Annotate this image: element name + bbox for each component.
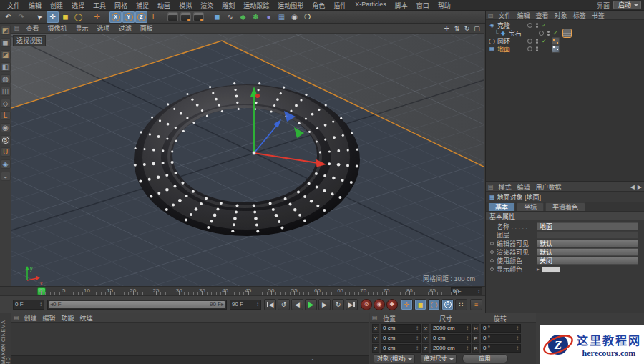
keyframe-selection-button[interactable]: ✚ [386,299,398,310]
material-manager[interactable]: ▤ 创建编辑功能纹理 ◔ [11,313,369,364]
color-swatch[interactable] [542,266,560,273]
stepper-icon[interactable]: ↕ [516,325,519,331]
size-field[interactable]: 2000 cm↕ [431,324,471,333]
scene-canvas[interactable]: yx [11,34,484,286]
add-light-icon[interactable]: ❍ [301,11,313,23]
object-manager-menu-item[interactable]: 查看 [533,11,552,20]
material-menu-item[interactable]: 功能 [59,313,77,323]
add-cube-icon[interactable]: ◼ [211,11,223,23]
viewport[interactable]: ▤ 查看摄像机显示选项过滤面板 ✛⇅↻▢ 透视视图 yx 网格间距 : 100 … [11,24,484,286]
add-deformer-icon[interactable]: ✽ [250,11,262,23]
rotation-field[interactable]: 0 °↕ [481,324,521,333]
stepper-icon[interactable]: ↕ [516,335,519,341]
object-manager-menu-item[interactable]: 对象 [552,11,570,20]
position-field[interactable]: 0 cm↕ [381,344,421,353]
menubar-item[interactable]: 插件 [329,1,351,10]
undo-icon[interactable]: ↶ [2,11,14,23]
stepper-icon[interactable]: ↕ [466,345,469,351]
visibility-dots[interactable] [536,23,538,28]
panel-grip-icon[interactable]: ▤ [372,315,378,321]
material-list[interactable] [11,323,369,355]
scale-tool-icon[interactable]: ◼ [59,11,72,23]
viewport-menu-item[interactable]: 面板 [136,24,157,33]
coordinate-mode-dropdown[interactable]: 对象 (相对) [374,354,415,363]
menubar-item[interactable]: 运动跟踪 [239,1,273,10]
material-menu-item[interactable]: 创建 [21,313,40,323]
rotation-field[interactable]: 0 °↕ [481,344,521,353]
position-field[interactable]: 0 cm↕ [381,334,421,343]
tab-coordinates[interactable]: 坐标 [517,202,544,211]
menubar-item[interactable]: 编辑 [24,1,46,10]
size-field[interactable]: 0 cm↕ [431,334,471,343]
panel-grip-icon[interactable]: ▤ [14,315,19,321]
render-view-icon[interactable] [167,11,179,23]
visibility-dots[interactable] [547,31,550,36]
lock-workplane-icon[interactable]: ◒ [1,172,11,181]
object-manager-menu-item[interactable]: 标签 [570,11,589,20]
stepper-icon[interactable]: ↕ [466,335,469,341]
menubar-item[interactable]: 角色 [308,1,329,10]
menubar-item[interactable]: 脚本 [391,1,412,10]
go-to-start-button[interactable]: ◀ [264,299,276,310]
range-start-field[interactable]: 0 F ↕ [13,300,44,310]
attribute-value-field[interactable]: 地面 [537,222,638,230]
menubar-item[interactable]: 选择 [67,1,89,10]
position-field[interactable]: 0 cm↕ [381,324,421,333]
layer-dot-icon[interactable] [539,31,544,36]
material-menu-item[interactable]: 编辑 [40,313,59,323]
key-scale-toggle[interactable]: ◼ [414,299,426,310]
add-environment-icon[interactable]: ▦ [275,11,288,23]
enable-axis-icon[interactable]: L [1,111,11,120]
stepper-icon[interactable]: ↕ [256,301,259,308]
attribute-dropdown[interactable]: 默认 [537,248,638,256]
expander-icon[interactable]: ▸ [537,266,540,272]
add-camera-icon[interactable]: ◉ [288,11,301,23]
workplane-mode-icon[interactable]: ◧ [1,62,11,72]
size-mode-dropdown[interactable]: 绝对尺寸 [421,354,457,363]
texture-mode-icon[interactable]: ◪ [1,50,11,59]
key-position-toggle[interactable]: ✛ [401,299,413,310]
object-manager-menu-item[interactable]: 文件 [496,11,514,20]
layer-dot-icon[interactable] [527,39,532,44]
attribute-menu-item[interactable]: 编辑 [514,182,533,192]
viewport-menu-item[interactable]: 摄像机 [44,24,72,33]
menubar-item[interactable]: 文件 [3,1,24,10]
previous-frame-button[interactable]: ◀ [291,299,303,310]
enabled-check-icon[interactable]: ✓ [542,22,547,29]
stepper-icon[interactable]: ↕ [416,325,419,331]
last-tool-icon[interactable]: ✛ [91,11,103,23]
rotation-field[interactable]: 0 °↕ [481,334,521,343]
visibility-dots[interactable] [536,46,538,51]
phong-tag-icon[interactable] [552,45,560,53]
menubar-item[interactable]: 动画 [153,1,175,10]
history-back-icon[interactable]: ◀ [630,184,635,190]
play-button[interactable]: ▶ [305,299,317,310]
edges-mode-icon[interactable]: ◫ [1,87,11,96]
keyframe-dot-icon[interactable] [490,250,494,254]
key-rotation-toggle[interactable]: ◯ [428,299,440,310]
stepper-icon[interactable]: ↕ [39,301,42,308]
attribute-dropdown[interactable]: 默认 [537,240,638,247]
rotate-tool-icon[interactable]: ◯ [72,11,84,23]
play-loop-button[interactable]: ↻ [332,299,344,310]
menubar-item[interactable]: 窗口 [412,1,434,10]
coordinate-system-icon[interactable]: L [148,11,160,23]
add-spline-icon[interactable]: ∿ [224,11,236,23]
object-manager-menu-item[interactable]: 编辑 [514,11,533,20]
stepper-icon[interactable]: ↕ [416,335,419,341]
go-to-end-button[interactable]: ▶ [346,299,358,310]
move-tool-icon[interactable]: ✛ [47,11,59,23]
viewport-menu-item[interactable]: 过滤 [114,24,136,33]
magnet-icon[interactable]: U [1,147,11,157]
menubar-item[interactable]: 帮助 [434,1,455,10]
object-row[interactable]: ▦地面 [486,45,644,53]
key-parameter-toggle[interactable]: P [441,299,454,310]
panel-grip-icon[interactable]: ▤ [14,25,20,31]
points-mode-icon[interactable]: ◍ [1,74,11,84]
attribute-menu-item[interactable]: 模式 [496,182,514,192]
attribute-value-field[interactable] [537,231,638,239]
autokey-button[interactable]: ◉ [374,299,385,310]
history-forward-icon[interactable]: ▶ [638,184,642,190]
viewport-label[interactable]: 透视视图 [13,35,46,46]
key-pla-toggle[interactable]: ∷ [455,299,467,310]
